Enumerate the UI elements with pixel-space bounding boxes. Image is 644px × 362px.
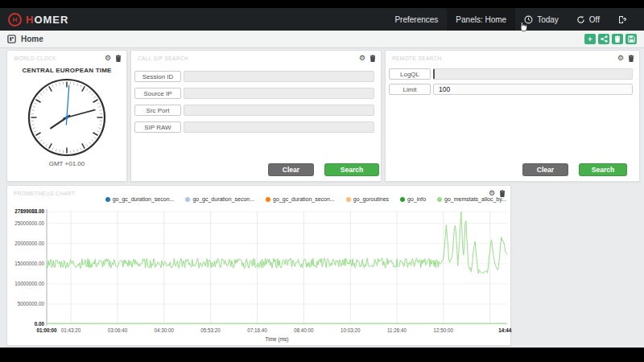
legend-dot — [266, 197, 270, 202]
world-clock-header: WORLD CLOCK ⚙ — [7, 51, 126, 63]
source-ip-row: Source IP — [134, 88, 374, 99]
remote-search-header: REMOTE SEARCH ⚙ — [386, 51, 639, 63]
svg-text:Time (ms): Time (ms) — [265, 336, 288, 343]
legend-dot — [437, 197, 442, 202]
refresh-icon — [576, 15, 585, 24]
panel-window-icon — [7, 35, 16, 43]
dashboard-toolbar: + — [584, 34, 637, 44]
svg-text:10:03:20: 10:03:20 — [341, 327, 361, 333]
save-dashboard-button[interactable] — [625, 34, 637, 44]
svg-text:07:16:40: 07:16:40 — [247, 327, 267, 333]
gear-icon[interactable]: ⚙ — [617, 55, 624, 62]
trash-icon — [614, 35, 621, 43]
limit-row: Limit — [389, 84, 633, 95]
legend-dot — [105, 197, 110, 202]
nav-logout[interactable] — [609, 8, 636, 31]
session-id-row: Session ID — [134, 71, 374, 82]
legend-item[interactable]: go_info — [400, 196, 426, 202]
nav-preferences[interactable]: Preferences — [386, 8, 447, 31]
svg-text:01:43:20: 01:43:20 — [61, 327, 81, 333]
trash-icon[interactable] — [628, 55, 634, 62]
src-port-row: Src Port — [134, 105, 374, 116]
timezone-label: CENTRAL EUROPEAN TIME — [7, 67, 126, 74]
logql-input[interactable] — [433, 68, 633, 80]
legend-item[interactable]: go_goroutines — [346, 196, 389, 202]
mouse-cursor — [518, 21, 529, 33]
logql-row: LogQL — [389, 68, 633, 80]
svg-text:03:06:40: 03:06:40 — [108, 327, 128, 333]
session-id-input[interactable] — [184, 71, 374, 82]
sip-raw-row: SIP RAW — [134, 121, 374, 133]
nav-panels-home[interactable]: Panels: Home — [447, 8, 515, 31]
svg-text:10000000.00: 10000000.00 — [14, 281, 44, 286]
search-button[interactable]: Search — [324, 163, 379, 176]
trash-icon[interactable] — [369, 55, 376, 62]
nav-refresh-off[interactable]: Off — [568, 8, 609, 31]
svg-text:01:00:00: 01:00:00 — [36, 327, 57, 333]
clear-button[interactable]: Clear — [268, 163, 314, 176]
limit-input[interactable] — [433, 84, 633, 95]
navbar-menu: Preferences Panels: Home Today Off — [386, 8, 636, 31]
page-title: Home — [21, 35, 43, 43]
legend-item[interactable]: go_gc_duration_secon... — [185, 196, 254, 202]
trash-icon[interactable] — [115, 55, 122, 62]
legend-dot — [400, 197, 405, 202]
gear-icon[interactable]: ⚙ — [359, 55, 365, 62]
legend-item[interactable]: go_gc_duration_secon... — [266, 196, 335, 202]
share-dashboard-button[interactable] — [598, 34, 609, 44]
brand-text: HOMER — [26, 14, 68, 26]
svg-text:20000000.00: 20000000.00 — [14, 241, 44, 246]
prometheus-chart-panel: PROMETHEUS CHART ⚙ go_gc_duration_secon.… — [6, 185, 511, 346]
legend-dot — [185, 197, 190, 202]
search-button[interactable]: Search — [579, 163, 627, 176]
share-icon — [601, 35, 608, 43]
gmt-offset-label: GMT +01.00 — [7, 160, 126, 167]
plus-icon: + — [588, 35, 592, 43]
src-port-input[interactable] — [184, 105, 374, 116]
svg-text:12:50:00: 12:50:00 — [434, 327, 454, 333]
svg-text:14:44:0: 14:44:0 — [498, 327, 512, 333]
legend-item[interactable]: go_memstats_alloc_by... — [437, 196, 506, 202]
svg-text:08:40:00: 08:40:00 — [294, 327, 314, 333]
sip-search-header: CALL SIP SEARCH ⚙ — [131, 51, 381, 63]
sip-raw-input[interactable] — [184, 121, 374, 133]
svg-text:15000000.00: 15000000.00 — [14, 261, 44, 266]
gear-icon[interactable]: ⚙ — [105, 55, 111, 62]
clear-button[interactable]: Clear — [522, 163, 568, 176]
svg-text:0.00: 0.00 — [35, 321, 45, 327]
chart-legend: go_gc_duration_secon... go_gc_duration_s… — [7, 196, 506, 202]
source-ip-input[interactable] — [184, 88, 374, 99]
save-icon — [628, 35, 635, 43]
remote-search-panel: REMOTE SEARCH ⚙ LogQL Limit Clear Search — [385, 50, 640, 182]
letterbox-top — [0, 0, 644, 8]
svg-text:04:30:00: 04:30:00 — [154, 327, 174, 333]
svg-text:25000000.00: 25000000.00 — [14, 220, 44, 226]
sign-out-icon — [617, 15, 627, 24]
svg-text:05:53:20: 05:53:20 — [200, 327, 221, 333]
homer-logo-icon: H — [8, 13, 22, 27]
prometheus-line-chart: 27899088.0025000000.0020000000.001500000… — [7, 207, 512, 345]
delete-dashboard-button[interactable] — [612, 34, 623, 44]
letterbox-bottom — [0, 348, 644, 362]
homer-brand[interactable]: H HOMER — [8, 13, 68, 27]
legend-dot — [346, 197, 351, 202]
add-panel-button[interactable]: + — [584, 34, 596, 44]
analog-clock — [25, 76, 109, 159]
svg-text:5000000.00: 5000000.00 — [18, 301, 45, 306]
world-clock-panel: WORLD CLOCK ⚙ CENTRAL EUROPEAN TIME GMT … — [6, 50, 127, 182]
top-navbar: H HOMER Preferences Panels: Home Today O… — [0, 8, 644, 31]
svg-text:27899088.00: 27899088.00 — [14, 208, 44, 214]
legend-item[interactable]: go_gc_duration_secon... — [105, 196, 175, 202]
svg-text:11:26:40: 11:26:40 — [387, 327, 407, 333]
call-sip-search-panel: CALL SIP SEARCH ⚙ Session ID Source IP S… — [130, 50, 382, 182]
breadcrumb-bar: Home + — [0, 31, 644, 48]
